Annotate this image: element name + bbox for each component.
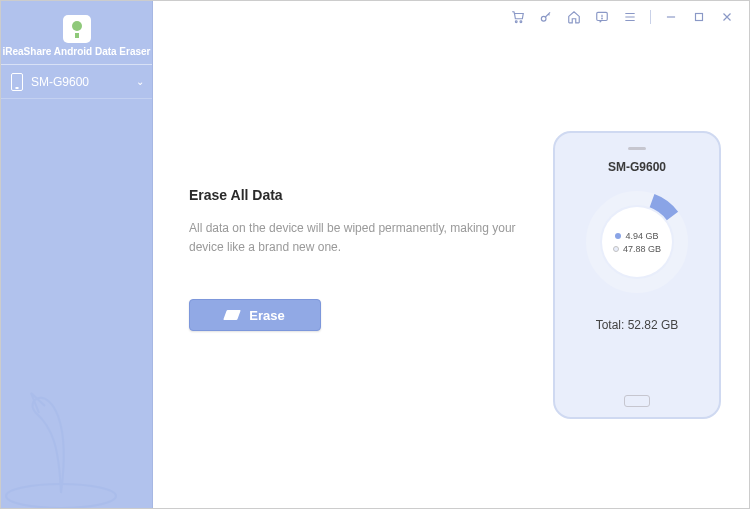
maximize-button[interactable] bbox=[691, 9, 707, 25]
free-storage-label: 47.88 GB bbox=[623, 244, 661, 254]
phone-home-button-decor bbox=[624, 395, 650, 407]
phone-speaker-decor bbox=[628, 147, 646, 150]
storage-donut-chart: 4.94 GB 47.88 GB bbox=[577, 182, 697, 302]
separator bbox=[650, 10, 651, 24]
donut-legend: 4.94 GB 47.88 GB bbox=[577, 182, 697, 302]
brand-icon bbox=[63, 15, 91, 43]
brand-text: iReaShare Android Data Eraser bbox=[2, 46, 150, 57]
svg-point-1 bbox=[520, 21, 522, 23]
legend-free: 47.88 GB bbox=[613, 244, 661, 254]
close-button[interactable] bbox=[719, 9, 735, 25]
legend-used: 4.94 GB bbox=[615, 231, 658, 241]
menu-icon[interactable] bbox=[622, 9, 638, 25]
sidebar-decoration bbox=[1, 378, 153, 508]
total-storage-label: Total: 52.82 GB bbox=[596, 318, 679, 332]
key-icon[interactable] bbox=[538, 9, 554, 25]
legend-dot-free bbox=[613, 246, 619, 252]
content: Erase All Data All data on the device wi… bbox=[189, 187, 539, 331]
device-label: SM-G9600 bbox=[31, 75, 89, 89]
page-description: All data on the device will be wiped per… bbox=[189, 219, 539, 257]
brand: iReaShare Android Data Eraser bbox=[1, 1, 152, 65]
titlebar bbox=[510, 1, 749, 33]
erase-button-label: Erase bbox=[249, 308, 284, 323]
page-title: Erase All Data bbox=[189, 187, 539, 203]
phone-icon bbox=[11, 73, 23, 91]
chevron-down-icon: ⌄ bbox=[136, 76, 144, 87]
device-storage-card: SM-G9600 4.94 GB 47.88 GB bbox=[553, 131, 721, 419]
svg-point-4 bbox=[602, 18, 603, 19]
sidebar: iReaShare Android Data Eraser SM-G9600 ⌄ bbox=[1, 1, 153, 508]
legend-dot-used bbox=[615, 233, 621, 239]
used-storage-label: 4.94 GB bbox=[625, 231, 658, 241]
sidebar-device-item[interactable]: SM-G9600 ⌄ bbox=[1, 65, 152, 99]
home-icon[interactable] bbox=[566, 9, 582, 25]
cart-icon[interactable] bbox=[510, 9, 526, 25]
feedback-icon[interactable] bbox=[594, 9, 610, 25]
erase-button[interactable]: Erase bbox=[189, 299, 321, 331]
svg-rect-5 bbox=[696, 14, 703, 21]
minimize-button[interactable] bbox=[663, 9, 679, 25]
eraser-icon bbox=[223, 310, 241, 320]
device-name: SM-G9600 bbox=[608, 160, 666, 174]
svg-point-0 bbox=[515, 21, 517, 23]
main: Erase All Data All data on the device wi… bbox=[153, 1, 749, 508]
svg-point-2 bbox=[541, 16, 546, 21]
